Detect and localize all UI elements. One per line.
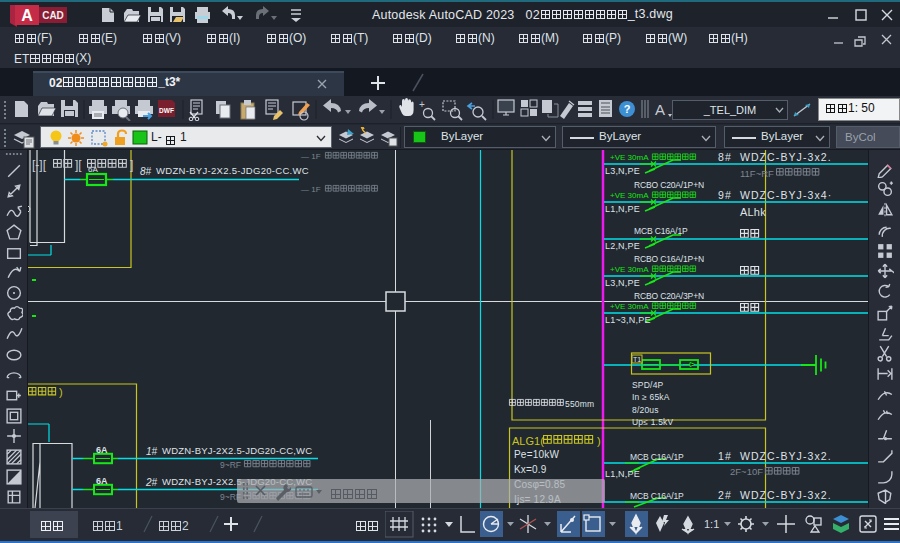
svg-text:Pe=10kW: Pe=10kW [514,449,559,460]
svg-text:A: A [21,7,33,24]
svg-text:RCBO C20A/1P+N: RCBO C20A/1P+N [634,180,704,190]
svg-text:8/20us: 8/20us [632,405,659,415]
svg-text:+VE 30mA: +VE 30mA [610,302,649,311]
svg-text:Up≤ 1.5kV: Up≤ 1.5kV [632,417,674,427]
svg-text:WDZN-BYJ-2X2.5-JDG20-CC.WC: WDZN-BYJ-2X2.5-JDG20-CC.WC [156,165,309,176]
svg-text:A: A [655,101,665,118]
svg-text:550mm: 550mm [565,399,594,409]
svg-text:+VE 30mA: +VE 30mA [610,191,649,200]
svg-text:): ) [597,435,601,447]
svg-text:ALG1(: ALG1( [512,435,544,447]
svg-text:6A: 6A [96,445,108,455]
svg-text:?: ? [624,103,631,115]
svg-text:8#: 8# [140,166,152,177]
svg-text:CAD: CAD [42,10,64,21]
svg-text:L2,N,PE: L2,N,PE [605,241,640,251]
svg-text:— 1F: — 1F [301,152,321,161]
svg-text:T1: T1 [633,356,641,363]
svg-text:2# WDZC-BYJ-3x2.: 2# WDZC-BYJ-3x2. [718,489,832,501]
svg-text:][: ][ [75,158,82,172]
svg-text:9# WDZC-BYJ-3x4·: 9# WDZC-BYJ-3x4· [718,189,832,201]
svg-text:WDZN-BYJ-2X2.5-JDG20-CC,WC: WDZN-BYJ-2X2.5-JDG20-CC,WC [162,445,312,456]
svg-text:9~RF: 9~RF [220,460,241,470]
svg-text:RCBO C20A/3P+N: RCBO C20A/3P+N [634,291,704,301]
svg-text:ALhk: ALhk [740,206,766,218]
svg-text:MCB C16A/1P: MCB C16A/1P [634,226,688,236]
svg-text:L3,N,PE: L3,N,PE [605,278,640,288]
svg-text:L3,N,PE: L3,N,PE [605,166,640,176]
svg-text:L1,N,PE: L1,N,PE [605,469,640,479]
svg-text:1:1: 1:1 [704,518,719,530]
svg-text:1#: 1# [146,446,158,457]
svg-text:+VE 30mA: +VE 30mA [610,153,649,162]
svg-text:DWF: DWF [159,107,174,114]
svg-text:11F~RF: 11F~RF [740,168,774,179]
svg-text:MCB C16A/1P: MCB C16A/1P [630,452,684,462]
svg-text:SPD/4P: SPD/4P [632,380,664,390]
svg-text:6A: 6A [88,165,98,174]
svg-text:): ) [59,386,63,398]
svg-text:+: + [419,99,425,110]
svg-text:2F~10F: 2F~10F [730,466,763,477]
svg-text:]: ] [130,158,133,172]
svg-text:L1~3,N,PE: L1~3,N,PE [605,315,651,325]
svg-text:2#: 2# [145,477,158,488]
svg-text:L1,N,PE: L1,N,PE [605,204,640,214]
svg-text:6A: 6A [96,476,108,486]
svg-text:1# WDZC-BYJ-3x2.: 1# WDZC-BYJ-3x2. [718,450,832,462]
svg-text:MCB C16A/1P: MCB C16A/1P [630,491,684,501]
svg-text:— 1F: — 1F [301,185,321,194]
svg-text:RCBO C16A/1P+N: RCBO C16A/1P+N [634,254,704,264]
svg-text:8# WDZC-BYJ-3x2.: 8# WDZC-BYJ-3x2. [718,151,832,163]
svg-text:In ≥ 65kA: In ≥ 65kA [632,392,670,402]
svg-text:Kx=0.9: Kx=0.9 [514,464,547,475]
svg-text:[-][: [-][ [32,158,47,172]
svg-text:+VE 30mA: +VE 30mA [610,265,649,274]
